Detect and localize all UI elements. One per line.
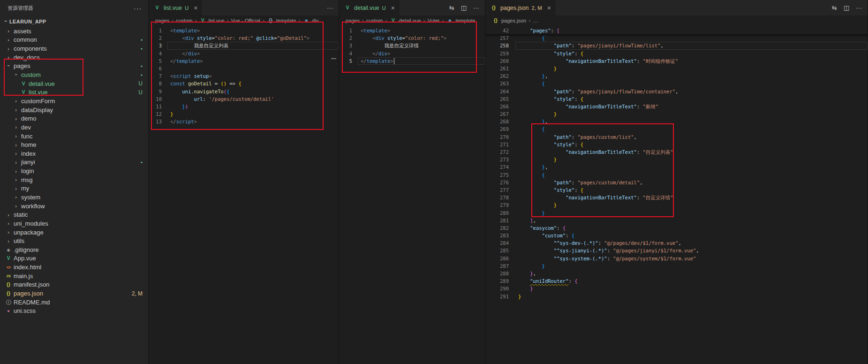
breadcrumb-item-div[interactable]: ◆div <box>302 18 318 23</box>
tree-folder-static[interactable]: ›static <box>0 210 148 219</box>
tree-folder-utils[interactable]: ›utils <box>0 236 148 245</box>
line-number[interactable]: 290 <box>485 285 515 292</box>
line-number[interactable]: 2 <box>339 34 358 42</box>
code-line[interactable]: 260 "navigationBarTitleText": "时间组件验证" <box>485 57 868 65</box>
tree-file-App.vue[interactable]: VApp.vue <box>0 254 148 263</box>
close-icon[interactable]: × <box>391 4 395 12</box>
code-line[interactable]: 2 <div style="color: red;"> <box>339 34 485 42</box>
tab-pages.json[interactable]: {}pages.json2, M× <box>485 0 556 15</box>
line-number[interactable]: 257 <box>485 34 515 42</box>
code-line[interactable]: 1<template> <box>339 27 485 34</box>
code-line[interactable]: 3 我是自定义详情 <box>339 42 485 49</box>
tree-folder-dev[interactable]: ›dev <box>0 123 148 132</box>
line-number[interactable]: 263 <box>485 80 515 87</box>
tree-folder-jianyi[interactable]: ›jianyi● <box>0 158 148 167</box>
code-line[interactable]: 290 } <box>485 285 868 292</box>
breadcrumb-item-…[interactable]: … <box>533 18 538 23</box>
line-number[interactable]: 285 <box>485 247 515 254</box>
line-number[interactable]: 264 <box>485 88 515 95</box>
line-number[interactable]: 4 <box>339 50 358 57</box>
line-number[interactable]: 265 <box>485 95 515 103</box>
breadcrumb-item-custom[interactable]: custom <box>176 18 192 23</box>
close-icon[interactable]: × <box>194 4 197 12</box>
line-number[interactable]: 5 <box>149 57 167 65</box>
code-line[interactable]: 286 "^sys-system-(.*)": "@/pages/system/… <box>485 255 868 262</box>
line-number[interactable]: 286 <box>485 255 515 262</box>
code-line[interactable]: 261 } <box>485 65 868 72</box>
line-number[interactable]: 281 <box>485 217 515 224</box>
code-line[interactable]: 257 { <box>485 34 868 42</box>
line-number[interactable]: 282 <box>485 224 515 232</box>
breadcrumb-item-list.vue[interactable]: Vlist.vue <box>199 18 224 23</box>
code-line[interactable]: 2 <div style="color: red;" @click="goDet… <box>149 34 339 42</box>
line-number[interactable]: 5 <box>339 57 358 65</box>
tree-folder-unpackage[interactable]: ›unpackage <box>0 228 148 237</box>
code-line[interactable]: 279 } <box>485 201 868 209</box>
code-line[interactable]: 12} <box>149 110 339 118</box>
compare-changes-icon[interactable]: ⇆ <box>832 4 837 11</box>
code-line[interactable]: 271 "style": { <box>485 141 868 148</box>
tree-folder-pages[interactable]: ›pages● <box>0 62 148 71</box>
code-line[interactable]: 283 "custom": { <box>485 232 868 239</box>
tree-file-README.md[interactable]: iREADME.md <box>0 298 148 307</box>
line-number[interactable]: 279 <box>485 201 515 209</box>
line-number[interactable]: 3 <box>149 42 167 49</box>
line-number[interactable]: 275 <box>485 171 515 179</box>
line-number[interactable]: 267 <box>485 110 515 118</box>
code-line[interactable]: 280 } <box>485 209 868 217</box>
line-number[interactable]: 9 <box>149 88 167 95</box>
breadcrumb-item-Vuter[interactable]: Vuter <box>428 18 440 23</box>
breadcrumb-item-pages[interactable]: pages <box>155 18 169 23</box>
tree-file-.gitignore[interactable]: ◈.gitignore <box>0 245 148 254</box>
line-number[interactable]: 273 <box>485 156 515 163</box>
tree-file-detail.vue[interactable]: Vdetail.vueU <box>0 79 148 88</box>
code-editor[interactable]: 1<template>2 <div style="color: red;" @c… <box>149 25 339 364</box>
tree-folder-uni_modules[interactable]: ›uni_modules <box>0 219 148 228</box>
more-actions-icon[interactable]: ··· <box>856 4 862 11</box>
code-line[interactable]: 277 "style": { <box>485 186 868 194</box>
code-line[interactable]: 13</script> <box>149 118 339 125</box>
line-number[interactable]: 272 <box>485 148 515 156</box>
tree-folder-workflow[interactable]: ›workflow <box>0 202 148 211</box>
tree-file-list.vue[interactable]: Vlist.vueU <box>0 88 148 97</box>
tree-folder-login[interactable]: ›login <box>0 167 148 175</box>
code-line[interactable]: 273 } <box>485 156 868 163</box>
code-line[interactable]: 3 我是自定义列表 <box>149 42 339 49</box>
line-number[interactable]: 274 <box>485 163 515 171</box>
tab-list.vue[interactable]: Vlist.vueU× <box>149 0 203 15</box>
code-line[interactable]: 281 ], <box>485 217 868 224</box>
line-number[interactable]: 10 <box>149 95 167 103</box>
code-line[interactable]: 270 "path": "pages/custom/list", <box>485 133 868 141</box>
tree-folder-my[interactable]: ›my <box>0 184 148 193</box>
code-line[interactable]: 11 }) <box>149 103 339 110</box>
tree-file-manifest.json[interactable]: {}manifest.json <box>0 281 148 289</box>
code-line[interactable]: 285 "^sys-jianyi-(.*)": "@/pages/jianyi/… <box>485 247 868 254</box>
code-line[interactable]: 264 "path": "pages/jianyi/flowTime/conta… <box>485 88 868 95</box>
project-root-row[interactable]: › LEARUN_APP <box>0 16 148 27</box>
line-number[interactable]: 1 <box>339 27 358 34</box>
breadcrumb-item-template[interactable]: {}template <box>267 18 296 23</box>
code-editor[interactable]: 1<template>2 <div style="color: red;">3 … <box>339 25 485 364</box>
line-number[interactable]: 7 <box>149 72 167 80</box>
code-line[interactable]: 282 "easycom": { <box>485 224 868 232</box>
line-number[interactable]: 288 <box>485 270 515 277</box>
code-line[interactable]: 289 "uniIdRouter": { <box>485 277 868 285</box>
line-number[interactable]: 291 <box>485 293 515 300</box>
code-line[interactable]: 287 } <box>485 262 868 270</box>
breadcrumb-item-pages[interactable]: pages <box>346 18 360 23</box>
tree-folder-common[interactable]: ›common● <box>0 36 148 45</box>
line-number[interactable]: 42 <box>485 27 515 34</box>
line-number[interactable]: 12 <box>149 110 167 118</box>
code-line[interactable]: 278 "navigationBarTitleText": "自定义详情" <box>485 194 868 201</box>
code-line[interactable]: 4 </div> <box>339 50 485 57</box>
line-number[interactable]: 278 <box>485 194 515 201</box>
tree-folder-msg[interactable]: ›msg <box>0 175 148 184</box>
code-line[interactable]: 8const goDetail = () => { <box>149 80 339 87</box>
tree-folder-home[interactable]: ›home <box>0 140 148 149</box>
line-number[interactable]: 2 <box>149 34 167 42</box>
code-line[interactable]: 275 { <box>485 171 868 179</box>
split-editor-icon[interactable]: ◫ <box>844 4 849 11</box>
code-line[interactable]: 259 "style": { <box>485 50 868 57</box>
code-line[interactable]: 291} <box>485 293 868 300</box>
code-line[interactable]: 9 uni.navigateTo({ <box>149 88 339 95</box>
